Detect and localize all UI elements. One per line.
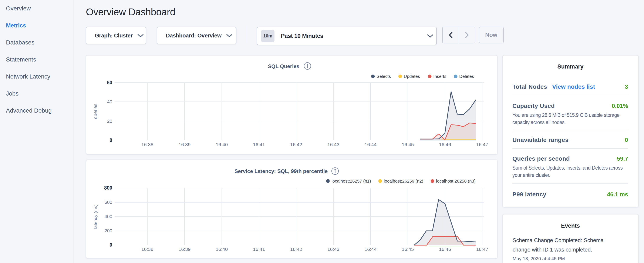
- svg-text:16:40: 16:40: [216, 142, 228, 147]
- svg-text:May 13, 2020 at 4:45 PM: May 13, 2020 at 4:45 PM: [512, 256, 565, 261]
- svg-text:16:44: 16:44: [365, 247, 376, 252]
- svg-text:16:38: 16:38: [142, 247, 153, 252]
- svg-text:16:46: 16:46: [439, 247, 451, 252]
- svg-text:Queries per second: Queries per second: [512, 155, 570, 162]
- svg-text:16:41: 16:41: [253, 247, 265, 252]
- svg-text:View nodes list: View nodes list: [552, 83, 595, 90]
- svg-text:change with ID 1 was completed: change with ID 1 was completed.: [512, 247, 592, 252]
- svg-text:16:47: 16:47: [476, 142, 488, 147]
- svg-text:Selects: Selects: [376, 74, 391, 79]
- svg-text:your entire cluster.: your entire cluster.: [512, 172, 550, 178]
- svg-text:localhost:26259 (n2): localhost:26259 (n2): [384, 178, 423, 183]
- svg-text:Deletes: Deletes: [459, 74, 474, 79]
- svg-text:16:46: 16:46: [439, 142, 451, 147]
- svg-text:16:42: 16:42: [290, 247, 302, 252]
- svg-text:16:42: 16:42: [290, 142, 302, 147]
- svg-text:200: 200: [104, 228, 112, 233]
- svg-text:P99 latency: P99 latency: [512, 191, 546, 198]
- svg-text:400: 400: [104, 214, 112, 219]
- svg-text:Inserts: Inserts: [433, 74, 446, 79]
- svg-text:Schema Change Completed: Schem: Schema Change Completed: Schema: [512, 237, 604, 243]
- svg-text:Summary: Summary: [557, 63, 584, 70]
- svg-text:16:45: 16:45: [402, 247, 414, 252]
- svg-text:Service Latency: SQL, 99th per: Service Latency: SQL, 99th percentile: [234, 168, 328, 174]
- svg-text:16:38: 16:38: [142, 142, 153, 147]
- svg-text:Updates: Updates: [404, 74, 420, 79]
- svg-text:0: 0: [625, 137, 628, 143]
- svg-text:SQL Queries: SQL Queries: [268, 63, 299, 69]
- svg-text:20: 20: [107, 119, 112, 124]
- svg-text:capacity across all nodes.: capacity across all nodes.: [512, 120, 566, 125]
- svg-text:queries: queries: [93, 104, 98, 119]
- svg-text:16:39: 16:39: [178, 142, 190, 147]
- svg-text:0: 0: [110, 242, 112, 248]
- svg-text:0: 0: [110, 137, 112, 143]
- svg-text:16:40: 16:40: [216, 247, 228, 252]
- svg-text:Events: Events: [561, 222, 580, 229]
- svg-text:You are using 28.6 MiB of 515.: You are using 28.6 MiB of 515.9 GiB usab…: [512, 112, 620, 118]
- svg-text:16:47: 16:47: [476, 247, 488, 252]
- svg-text:Capacity Used: Capacity Used: [512, 103, 555, 109]
- svg-text:46.1 ms: 46.1 ms: [607, 191, 628, 198]
- svg-text:16:45: 16:45: [402, 142, 414, 147]
- svg-text:Total Nodes: Total Nodes: [512, 83, 547, 90]
- svg-text:16:43: 16:43: [328, 247, 339, 252]
- svg-text:localhost:26257 (n1): localhost:26257 (n1): [332, 178, 371, 183]
- svg-text:16:39: 16:39: [178, 247, 190, 252]
- svg-text:60: 60: [107, 80, 112, 85]
- svg-text:800: 800: [104, 185, 112, 191]
- svg-text:0.01%: 0.01%: [612, 103, 628, 109]
- svg-text:16:43: 16:43: [328, 142, 339, 147]
- svg-text:16:44: 16:44: [365, 142, 376, 147]
- svg-text:localhost:26258 (n3): localhost:26258 (n3): [436, 178, 476, 183]
- svg-text:59.7: 59.7: [617, 156, 628, 162]
- svg-text:3: 3: [625, 84, 628, 90]
- svg-text:latency (ms): latency (ms): [93, 204, 98, 229]
- svg-text:40: 40: [107, 99, 112, 105]
- svg-text:16:41: 16:41: [253, 142, 265, 147]
- svg-text:600: 600: [104, 200, 112, 205]
- svg-text:Sum of Selects, Updates, Inser: Sum of Selects, Updates, Inserts, and De…: [512, 165, 623, 171]
- svg-text:Unavailable ranges: Unavailable ranges: [512, 137, 568, 143]
